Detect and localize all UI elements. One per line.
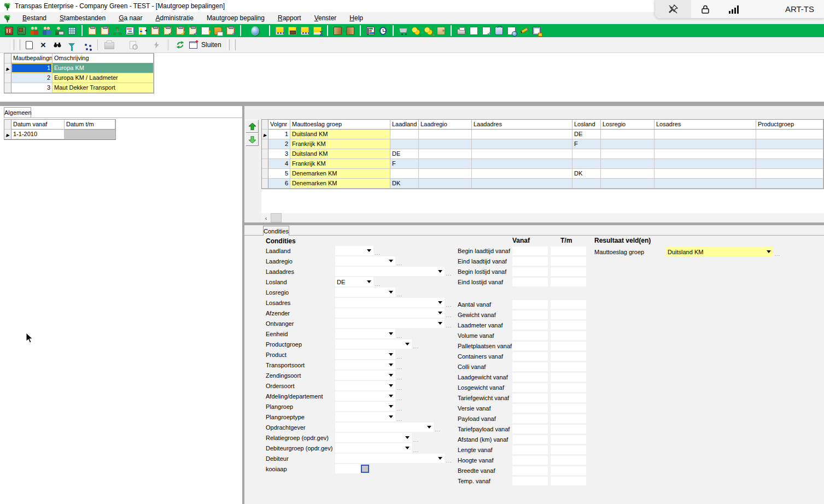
laadmeter-vanaf-input[interactable]	[512, 321, 548, 330]
table-cell[interactable]: Denemarken KM	[290, 169, 390, 179]
column-header-productgroep[interactable]: Productgroep	[756, 120, 823, 130]
export-document-icon[interactable]	[469, 26, 479, 36]
toolbar-grip[interactable]	[227, 39, 230, 50]
volume-tm-input[interactable]	[551, 331, 586, 340]
column-header-datum-tm[interactable]: Datum t/m	[65, 120, 115, 130]
table-cell[interactable]	[419, 149, 472, 159]
table-cell[interactable]	[390, 169, 419, 179]
losgewicht-tm-input[interactable]	[551, 383, 586, 392]
row-selector[interactable]	[262, 139, 268, 149]
new-record-button[interactable]	[22, 38, 36, 51]
row-selector[interactable]	[262, 159, 268, 169]
table-cell[interactable]	[472, 159, 572, 169]
begin-lostijd-tm-input[interactable]	[551, 267, 586, 276]
browse-dots-icon[interactable]	[397, 353, 403, 360]
table-cell[interactable]	[654, 179, 756, 189]
table-cell[interactable]	[654, 159, 756, 169]
sluiten-button[interactable]: Sluiten	[189, 41, 221, 49]
menu-stambestanden[interactable]: Stambestanden	[53, 13, 112, 24]
menu-mautgroep-bepaling[interactable]: Mautgroep bepaling	[200, 13, 271, 24]
column-header-laadland[interactable]: Laadland	[390, 120, 419, 130]
menu-help[interactable]: Help	[343, 13, 370, 24]
table-cell[interactable]: 5	[268, 169, 290, 179]
tab-algemeen[interactable]: Algemeen	[4, 107, 31, 118]
afstand-tm-input[interactable]	[551, 435, 586, 444]
browse-dots-icon[interactable]	[446, 312, 452, 318]
laadgewicht-tm-input[interactable]	[551, 373, 586, 382]
table-cell[interactable]	[472, 149, 572, 159]
globe-document-icon[interactable]	[506, 26, 517, 36]
toolbar-grip[interactable]	[11, 39, 14, 50]
eind-laadtijd-tm-input[interactable]	[551, 257, 586, 266]
sort-button[interactable]	[79, 38, 93, 51]
browse-dots-icon[interactable]	[397, 415, 403, 422]
gewicht-tm-input[interactable]	[551, 310, 586, 319]
table-cell[interactable]: DE	[572, 130, 601, 139]
table-cell[interactable]	[601, 169, 654, 179]
containers-vanaf-input[interactable]	[512, 352, 548, 361]
column-header-mautbepalingnr[interactable]: Mautbepalingnr	[11, 54, 52, 63]
column-header-volgnr[interactable]: Volgnr	[268, 120, 290, 130]
table-cell[interactable]	[419, 179, 472, 189]
losregio-combobox[interactable]	[335, 288, 395, 297]
find-button[interactable]	[50, 38, 65, 51]
table-cell[interactable]	[601, 139, 654, 149]
row-selector[interactable]	[262, 169, 268, 179]
browse-dots-icon[interactable]	[446, 270, 452, 277]
losland-combobox[interactable]: DE	[335, 277, 373, 286]
table-cell[interactable]: 2	[11, 73, 52, 83]
ordersoort-combobox[interactable]	[335, 381, 395, 390]
order-forward-clipboard-icon[interactable]	[150, 26, 160, 36]
containers-tm-input[interactable]	[551, 352, 586, 361]
browse-dots-icon[interactable]	[397, 291, 403, 297]
eenheid-combobox[interactable]	[335, 329, 395, 338]
table-cell[interactable]	[601, 149, 654, 159]
toolbar-grip[interactable]	[17, 39, 20, 50]
delete-record-button[interactable]	[36, 38, 50, 51]
hoogte-vanaf-input[interactable]	[512, 456, 548, 465]
finance-coins-icon[interactable]	[411, 26, 421, 36]
clock-icon[interactable]	[378, 26, 388, 36]
plangroep-combobox[interactable]	[335, 402, 395, 411]
table-cell[interactable]: F	[572, 139, 601, 149]
order-globe-clipboard-icon[interactable]	[100, 26, 110, 36]
row-selector[interactable]	[262, 130, 268, 139]
mauttoeslag-groep-combobox[interactable]: Duitsland KM	[666, 247, 773, 256]
gewicht-vanaf-input[interactable]	[512, 310, 548, 319]
maut-truck-sum-icon[interactable]	[312, 26, 323, 36]
browse-dots-icon[interactable]	[446, 457, 452, 464]
browse-dots-icon[interactable]	[375, 280, 381, 287]
table-cell[interactable]: Maut Dekker Transport	[52, 83, 154, 93]
afstand-vanaf-input[interactable]	[512, 435, 548, 444]
menu-ga-naar[interactable]: Ga naar	[112, 13, 149, 24]
linked-clipboard-icon[interactable]	[225, 26, 236, 36]
table-cell[interactable]	[654, 130, 756, 139]
table-cell[interactable]	[472, 179, 572, 189]
column-header-losland[interactable]: Losland	[572, 120, 601, 130]
signal-bars-icon[interactable]	[720, 5, 748, 14]
afdeling-combobox[interactable]	[335, 391, 395, 401]
hoogte-tm-input[interactable]	[551, 456, 586, 465]
losadres-combobox[interactable]	[335, 298, 445, 307]
laadregio-combobox[interactable]	[335, 256, 395, 266]
maut-truck-icon[interactable]	[300, 26, 310, 36]
browse-dots-icon[interactable]	[413, 343, 419, 349]
payload-vanaf-input[interactable]	[512, 414, 548, 423]
column-header-losregio[interactable]: Losregio	[601, 120, 654, 130]
table-cell[interactable]: 3	[268, 149, 290, 159]
browse-dots-icon[interactable]	[413, 436, 419, 443]
order-check-yellow-clipboard-icon[interactable]	[175, 26, 185, 36]
laadland-combobox[interactable]	[335, 246, 373, 255]
table-cell[interactable]	[654, 139, 756, 149]
column-header-laadadres[interactable]: Laadadres	[472, 120, 572, 130]
table-cell[interactable]: DK	[572, 169, 601, 179]
sign-pencil-icon[interactable]	[519, 26, 529, 36]
browse-dots-icon[interactable]	[397, 405, 403, 412]
row-selector[interactable]	[4, 63, 11, 73]
table-cell[interactable]	[601, 179, 654, 189]
browse-dots-icon[interactable]	[397, 395, 403, 401]
table-cell[interactable]	[756, 149, 823, 159]
row-selector[interactable]	[4, 130, 11, 139]
table-cell[interactable]: 1	[268, 130, 290, 139]
remote-desktop-icon[interactable]	[531, 26, 542, 36]
